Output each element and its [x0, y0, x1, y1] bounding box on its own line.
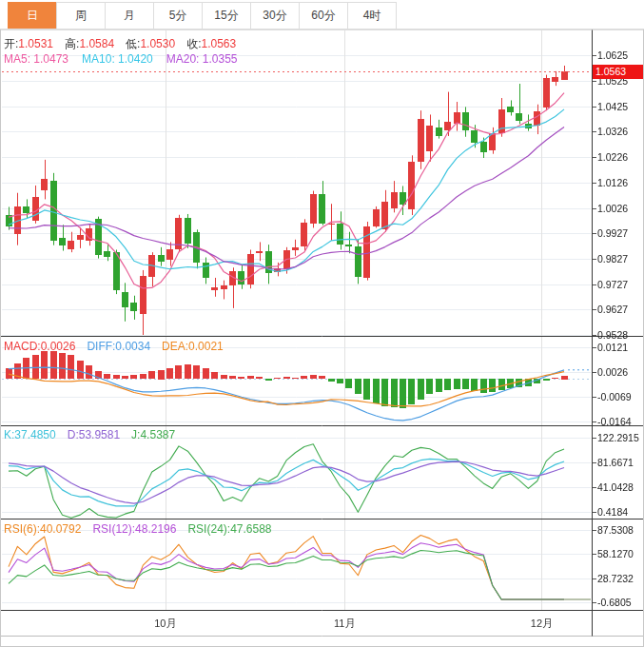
axis-tick-label: 1.0625 [597, 49, 628, 61]
chart-canvas[interactable] [0, 0, 644, 647]
axis-tick-label: 0.9627 [597, 304, 628, 315]
axis-tick-label: 1.0326 [597, 126, 628, 137]
axis-tick-label: 1.0126 [597, 177, 628, 188]
month-label: 11月 [323, 617, 365, 631]
axis-tick-label: -0.0164 [597, 416, 632, 427]
d-value: D:53.9581 [68, 428, 120, 441]
low-value: 1.0530 [140, 37, 175, 50]
axis-tick-label: 0.9727 [597, 279, 628, 290]
rsi12-value: RSI(12):48.2196 [92, 522, 176, 536]
k-value: K:37.4850 [4, 428, 56, 441]
axis-tick-label: 41.0428 [597, 481, 634, 493]
axis-tick-label: 87.5308 [597, 524, 634, 536]
close-value: 1.0563 [201, 37, 236, 50]
tab-周[interactable]: 周 [56, 2, 106, 29]
last-price-tag: 1.0563 [593, 65, 643, 79]
rsi6-value: RSI(6):40.0792 [4, 522, 81, 536]
axis-tick-label: 0.9827 [597, 253, 628, 265]
ma20-readout: MA20: 1.0355 [166, 52, 238, 66]
rsi-readout: RSI(6):40.0792RSI(12):48.2196RSI(24):47.… [4, 522, 283, 536]
kdj-readout: K:37.4850D:53.9581J:4.5387 [4, 428, 186, 441]
tab-5分[interactable]: 5分 [153, 2, 203, 29]
open-label: 开: [4, 37, 18, 50]
axis-tick-label: 1.0425 [597, 101, 628, 112]
axis-tick-label: -0.0069 [597, 391, 632, 402]
axis-tick-label: 58.1270 [597, 548, 634, 559]
axis-tick-label: 0.0121 [597, 342, 628, 353]
month-label: 12月 [520, 617, 562, 631]
tab-月[interactable]: 月 [105, 2, 154, 29]
macd-readout: MACD:0.0026DIFF:0.0034DEA:0.0021 [4, 340, 235, 353]
macd-value: MACD:0.0026 [4, 340, 75, 353]
tab-日[interactable]: 日 [8, 2, 57, 29]
diff-value: DIFF:0.0034 [87, 340, 150, 353]
ma5-readout: MA5: 1.0473 [4, 52, 68, 66]
axis-tick-label: 122.2915 [597, 432, 639, 443]
axis-tick-label: 0.4184 [597, 506, 628, 518]
close-label: 收: [186, 37, 201, 50]
axis-tick-label: 0.9528 [597, 329, 628, 341]
tab-60分[interactable]: 60分 [299, 2, 348, 29]
open-value: 1.0531 [18, 37, 53, 50]
axis-tick-label: 28.7232 [597, 573, 634, 584]
dea-value: DEA:0.0021 [162, 340, 224, 353]
rsi24-value: RSI(24):47.6588 [187, 522, 271, 536]
low-label: 低: [126, 37, 140, 50]
month-label: 10月 [145, 617, 186, 631]
chart-app: 日周月5分15分30分60分4时 开:1.0531高:1.0584低:1.053… [0, 0, 644, 647]
tab-4时[interactable]: 4时 [347, 2, 397, 29]
axis-tick-label: 0.0026 [597, 366, 628, 378]
axis-tick-label: -0.6805 [597, 597, 632, 608]
axis-tick-label: 1.0226 [597, 151, 628, 163]
ma-readout: MA5: 1.0473MA10: 1.0420MA20: 1.0355 [4, 52, 237, 66]
ma10-readout: MA10: 1.0420 [82, 52, 153, 66]
tab-30分[interactable]: 30分 [250, 2, 300, 29]
axis-tick-label: 81.6671 [597, 457, 634, 468]
period-tabbar: 日周月5分15分30分60分4时 [0, 0, 644, 29]
high-value: 1.0584 [79, 37, 114, 50]
high-label: 高: [65, 37, 79, 50]
tab-15分[interactable]: 15分 [202, 2, 251, 29]
ohlc-readout: 开:1.0531高:1.0584低:1.0530收:1.0563 [4, 36, 247, 52]
j-value: J:4.5387 [131, 428, 175, 441]
axis-tick-label: 0.9927 [597, 227, 628, 239]
axis-tick-label: 1.0026 [597, 203, 628, 214]
